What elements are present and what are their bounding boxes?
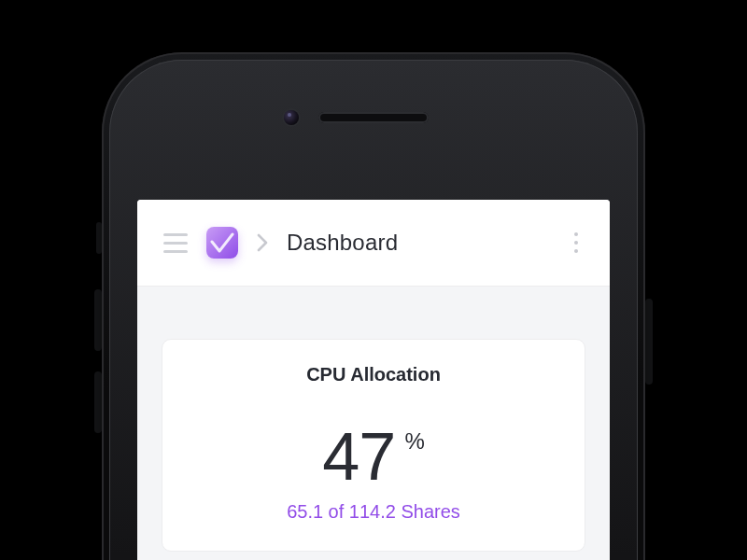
phone-volume-down [94,371,102,433]
app-topbar: Dashboard [137,200,610,287]
phone-power-button [645,299,653,385]
phone-volume-up [94,289,102,351]
phone-screen: Dashboard CPU Allocation 47 % 65. [137,200,610,560]
menu-button[interactable] [163,231,188,255]
cpu-allocation-card: CPU Allocation 47 % 65.1 of 114.2 Shares [162,339,585,552]
app-logo-icon [206,227,238,259]
chevron-right-icon [257,233,268,252]
dashboard-content: CPU Allocation 47 % 65.1 of 114.2 Shares [137,287,610,552]
device-frame-stage: Dashboard CPU Allocation 47 % 65. [0,0,747,560]
breadcrumb-separator-icon [257,233,268,252]
phone-frame: Dashboard CPU Allocation 47 % 65. [102,52,645,560]
cpu-allocation-metric: 47 % [187,423,560,490]
metric-subtext: 65.1 of 114.2 Shares [187,501,560,523]
metric-unit: % [404,428,424,455]
card-title: CPU Allocation [187,364,560,385]
earpiece-speaker [318,112,429,123]
front-camera [284,110,299,125]
more-options-button[interactable] [565,230,587,256]
app-logo[interactable] [206,227,238,259]
metric-value: 47 [322,423,395,490]
breadcrumb-current: Dashboard [287,230,398,256]
phone-frame-inner: Dashboard CPU Allocation 47 % 65. [109,60,638,560]
